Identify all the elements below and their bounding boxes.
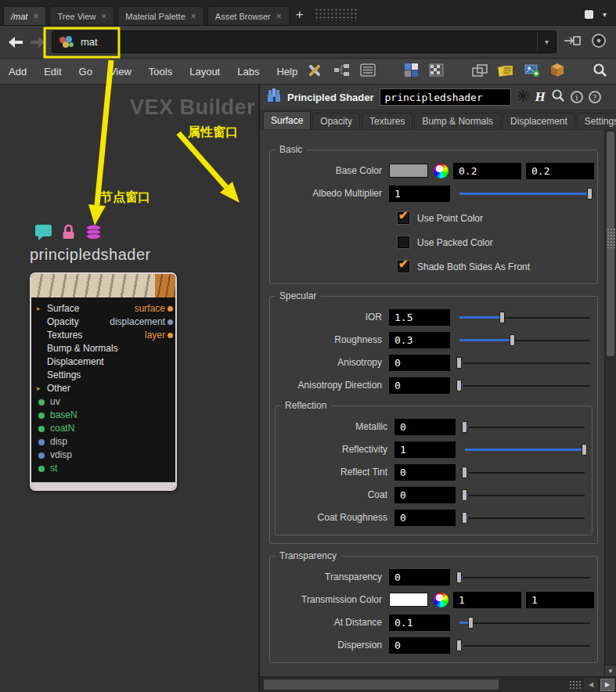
node-title[interactable]: principledshader [30,246,151,264]
tree-hierarchy-icon[interactable] [333,63,350,79]
param-value-field[interactable]: 0 [389,355,450,371]
forward-button[interactable] [29,35,46,49]
pane-resize-grip[interactable] [607,228,615,248]
param-value-field[interactable]: 0 [389,637,450,654]
network-path-value[interactable]: mat [81,36,98,48]
param-slider[interactable] [465,466,585,479]
close-icon[interactable]: × [33,12,38,21]
menu-help[interactable]: Help [268,59,306,84]
pane-menu-dropdown-icon[interactable]: ▾ [603,10,607,19]
node-section-row[interactable]: Bump & Normals [31,342,175,355]
tab-displacement[interactable]: Displacement [503,113,575,129]
menu-edit[interactable]: Edit [35,59,70,84]
slider-track[interactable] [459,577,590,578]
corner-resize-grip[interactable] [569,680,582,690]
slider-handle[interactable] [462,467,467,478]
node-input-dot[interactable] [38,439,45,445]
menu-tools[interactable]: Tools [140,59,181,84]
menu-add[interactable]: Add [0,59,35,84]
node-section-row[interactable]: ▸ Surface surface [31,302,175,315]
slider-track[interactable] [465,472,585,474]
slider-handle[interactable] [462,512,467,524]
color-wheel-icon[interactable] [434,593,448,607]
comment-bubble-icon[interactable] [34,224,52,243]
param-slider[interactable] [459,571,590,584]
slider-track[interactable] [465,495,585,496]
node-input-dot[interactable] [38,399,45,405]
param-slider[interactable] [459,311,590,324]
node-section-row[interactable]: Opacity displacement [31,315,175,329]
vertical-scrollbar[interactable]: ▼ [604,130,616,676]
node-name-field[interactable]: principledshader [380,88,511,106]
tab-bump-normals[interactable]: Bump & Normals [414,113,501,129]
transmission-color-field-2[interactable]: 1 [526,592,594,608]
sticky-notes-icon[interactable] [498,63,514,80]
close-icon[interactable]: × [101,12,106,21]
param-value-field[interactable]: 0 [394,419,456,435]
houdini-logo-icon[interactable]: H [535,89,546,105]
gear-icon[interactable] [517,89,530,106]
slider-handle[interactable] [456,357,462,369]
base-color-field-1[interactable]: 0.2 [453,163,521,179]
tab-opacity[interactable]: Opacity [312,113,360,129]
tools-icon[interactable] [306,63,323,80]
list-view-icon[interactable] [360,63,376,79]
path-dropdown-icon[interactable]: ▾ [537,31,556,52]
node-output-dot[interactable] [168,319,173,325]
group-title[interactable]: Transparency [276,550,340,561]
node-input-dot[interactable] [38,466,45,472]
horizontal-scrollbar[interactable]: ◀ ▶ [260,676,616,692]
pane-tab-tree-view[interactable]: Tree View × [49,6,114,25]
scroll-down-button[interactable]: ▼ [605,665,616,676]
new-tab-button[interactable]: + [296,8,304,21]
param-slider[interactable] [459,616,590,629]
snapshot-add-icon[interactable] [524,63,540,80]
menu-labs[interactable]: Labs [229,59,268,84]
tab-settings[interactable]: Settings [577,113,616,129]
transmission-color-field-1[interactable]: 1 [453,592,521,608]
base-color-field-2[interactable]: 0.2 [526,163,594,179]
node-input-dot[interactable] [38,426,45,432]
slider-handle[interactable] [456,640,462,651]
lock-icon[interactable] [61,224,76,243]
pin-pane-icon[interactable] [563,34,582,50]
scroll-right-button[interactable]: ▶ [600,679,614,691]
param-slider[interactable] [459,356,590,369]
menu-layout[interactable]: Layout [181,59,229,84]
node-input-row[interactable]: coatN [31,422,175,435]
palette-grid-icon[interactable] [404,63,419,80]
slider-track[interactable] [459,362,590,364]
pane-maximize-icon[interactable] [585,10,593,19]
param-slider[interactable] [465,443,585,456]
group-title[interactable]: Basic [276,144,306,155]
layers-icon[interactable] [85,224,103,243]
node-input-row[interactable]: vdisp [31,449,175,462]
param-value-field[interactable]: 1 [389,186,450,202]
param-slider[interactable] [459,379,590,392]
parameter-search-icon[interactable] [551,88,565,106]
info-icon[interactable]: i [571,91,583,103]
menu-go[interactable]: Go [70,59,101,84]
tab-surface[interactable]: Surface [263,111,311,129]
param-value-field[interactable]: 0 [394,487,456,503]
color-wheel-icon[interactable] [434,164,448,178]
node-output-dot[interactable] [168,333,173,338]
param-slider[interactable] [459,333,590,347]
checkbox[interactable] [398,212,409,224]
back-button[interactable] [7,35,24,49]
param-value-field[interactable]: 0.1 [389,615,450,631]
asset-box-icon[interactable] [550,63,564,80]
close-icon[interactable]: × [276,12,282,21]
slider-handle[interactable] [510,334,515,346]
node-section-row[interactable]: Displacement [31,355,175,369]
windows-layout-icon[interactable] [472,64,488,79]
pane-tab-material-palette[interactable]: Material Palette × [117,6,204,25]
node-section-row[interactable]: ▸ Other [31,382,175,395]
param-value-field[interactable]: 0 [389,377,450,394]
radial-menu-icon[interactable] [591,33,607,52]
node-header[interactable] [31,274,175,297]
param-slider[interactable] [465,420,585,434]
node-section-row[interactable]: Settings [31,369,175,382]
color-swatch[interactable] [389,164,428,178]
checkbox[interactable] [398,261,409,272]
